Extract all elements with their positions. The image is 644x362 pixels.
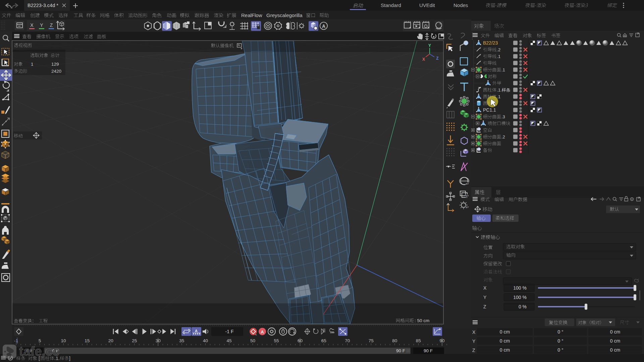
svg-text:.3: .3 [501,114,505,119]
svg-text:45: 45 [226,338,231,343]
svg-text:B22/23: B22/23 [483,40,498,46]
svg-text:75: 75 [369,338,374,343]
svg-text:90 F: 90 F [424,348,433,353]
svg-text:Standard: Standard [381,2,401,8]
svg-text:5: 5 [39,338,41,343]
svg-text:2420: 2420 [51,69,61,74]
svg-text:15: 15 [85,338,90,343]
svg-text:70: 70 [345,338,350,343]
svg-text:65: 65 [321,338,326,343]
svg-text:0 cm: 0 cm [610,329,620,335]
svg-text:0 cm: 0 cm [610,347,620,353]
svg-text:.2: .2 [497,47,501,52]
svg-text:0 %: 0 % [519,304,527,309]
svg-text:0 cm: 0 cm [500,347,510,353]
svg-text:Y: Y [483,295,487,300]
svg-text:Z: Z [50,22,53,28]
svg-text:X: X [472,329,476,335]
svg-text:100 %: 100 % [513,295,527,300]
svg-text:-1: -1 [14,338,18,343]
svg-text:25: 25 [132,338,137,343]
svg-text:Y: Y [472,339,476,344]
svg-text:: 50 cm: : 50 cm [415,318,429,323]
svg-text:-1 F: -1 F [225,329,234,334]
svg-text:Z: Z [483,304,486,309]
svg-text:0 °: 0 ° [557,347,563,353]
svg-text:0 °: 0 ° [557,329,563,335]
svg-text:X: X [483,285,487,291]
svg-text:90 F: 90 F [396,348,405,353]
svg-text:55: 55 [274,338,279,343]
svg-text:A: A [322,23,325,29]
svg-text:X: X [30,22,34,28]
svg-text:B2223-3.c4d *: B2223-3.c4d * [28,3,58,8]
svg-text:129: 129 [51,62,59,67]
svg-text:20: 20 [108,338,113,343]
svg-text:0 cm: 0 cm [500,338,510,344]
svg-text:Y: Y [40,22,43,28]
svg-text:A: A [261,329,264,335]
svg-text:85: 85 [416,338,421,343]
svg-text:X: X [422,57,425,62]
svg-text:.1: .1 [501,67,505,72]
svg-text:.1.样条: .1.样条 [497,87,511,93]
svg-text:PC1.1: PC1.1 [483,107,496,113]
svg-text:40: 40 [203,338,208,343]
svg-text:RealFlow: RealFlow [241,12,262,18]
svg-text:50: 50 [250,338,255,343]
svg-text:10: 10 [61,338,66,343]
svg-text:Z: Z [436,56,438,61]
svg-text:Greyscalegorilla: Greyscalegorilla [266,12,303,18]
svg-text:tafe.cc: tafe.cc [19,344,59,358]
svg-text:.1: .1 [497,54,501,59]
svg-text:.1: .1 [497,94,501,99]
svg-text:0 °: 0 ° [557,338,563,344]
svg-text:100 %: 100 % [513,285,527,291]
svg-text:A: A [195,329,198,333]
svg-text:0 cm: 0 cm [610,338,620,344]
svg-text:Z: Z [472,348,475,353]
svg-text:35: 35 [179,338,184,343]
svg-text:0 cm: 0 cm [500,329,510,335]
svg-text:Nodes: Nodes [453,2,468,8]
svg-text:.2: .2 [501,134,505,139]
svg-text:ST: ST [466,206,469,208]
svg-text:1: 1 [31,62,34,67]
svg-text:Y: Y [428,43,431,48]
svg-text:UVEdit: UVEdit [419,2,435,8]
svg-text:80: 80 [392,338,397,343]
svg-text:]: ] [69,356,70,361]
svg-text:ST: ST [466,183,469,185]
svg-text:ST: ST [466,195,469,197]
